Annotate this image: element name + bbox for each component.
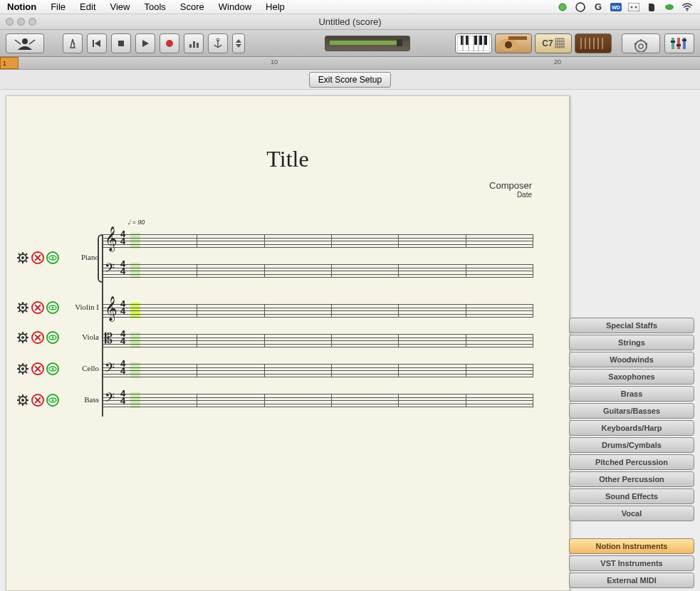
category-guitars-basses[interactable]: Guitars/Basses bbox=[569, 403, 694, 419]
track-delete-button[interactable] bbox=[31, 331, 44, 344]
menu-file[interactable]: File bbox=[43, 1, 73, 12]
timeline-ruler[interactable]: 1 10 20 bbox=[0, 57, 700, 70]
exit-score-setup-button[interactable]: Exit Score Setup bbox=[309, 72, 391, 88]
svg-line-117 bbox=[19, 365, 20, 366]
menu-tools[interactable]: Tools bbox=[137, 1, 172, 12]
svg-point-58 bbox=[635, 41, 647, 52]
tray-icon-4[interactable]: WD bbox=[610, 1, 622, 13]
time-signature[interactable]: 44 bbox=[120, 330, 125, 345]
category-woodwinds[interactable]: Woodwinds bbox=[569, 352, 694, 367]
time-signature[interactable]: 44 bbox=[120, 390, 125, 404]
source-vst-instruments[interactable]: VST Instruments bbox=[569, 555, 694, 571]
staff-viola[interactable]: 𝄡 44 bbox=[103, 328, 533, 352]
zoom-window-button[interactable] bbox=[28, 18, 36, 26]
svg-line-119 bbox=[26, 365, 27, 366]
track-visibility-button[interactable] bbox=[46, 301, 59, 314]
track-delete-button[interactable] bbox=[31, 394, 44, 407]
staff-bass[interactable]: 𝄢 44 bbox=[103, 388, 533, 412]
metronome-button[interactable] bbox=[63, 33, 83, 53]
svg-line-105 bbox=[26, 333, 27, 335]
track-settings-button[interactable] bbox=[16, 394, 29, 407]
svg-line-89 bbox=[19, 303, 20, 305]
svg-rect-4 bbox=[628, 3, 639, 11]
category-saxophones[interactable]: Saxophones bbox=[569, 369, 694, 385]
source-notion-instruments[interactable]: Notion Instruments bbox=[569, 538, 694, 554]
menu-help[interactable]: Help bbox=[258, 1, 292, 12]
staff-cello[interactable]: 𝄢 44 bbox=[103, 358, 533, 382]
track-controls-cello bbox=[16, 362, 59, 375]
svg-rect-63 bbox=[672, 38, 674, 49]
track-visibility-button[interactable] bbox=[46, 331, 59, 344]
track-settings-button[interactable] bbox=[16, 362, 29, 375]
guitar-view-button[interactable] bbox=[495, 33, 532, 53]
date-field[interactable]: Date bbox=[489, 191, 532, 199]
record-button[interactable] bbox=[160, 33, 179, 53]
tray-icon-2[interactable] bbox=[575, 1, 586, 13]
tempo-marking[interactable]: ♩ = 90 bbox=[127, 219, 145, 226]
source-external-midi[interactable]: External MIDI bbox=[569, 572, 694, 588]
composer-field[interactable]: Composer bbox=[489, 180, 532, 191]
track-delete-button[interactable] bbox=[31, 362, 44, 375]
drums-view-button[interactable] bbox=[575, 33, 612, 53]
tray-icon-7[interactable] bbox=[664, 1, 675, 13]
category-pitched-percussion[interactable]: Pitched Percussion bbox=[569, 454, 694, 470]
time-signature[interactable]: 44 bbox=[120, 261, 125, 275]
staff-piano-treble[interactable]: 𝄞 44 bbox=[103, 229, 533, 253]
piano-view-button[interactable] bbox=[455, 33, 492, 53]
main-area: Title Composer Date ♩ = 90 𝄞 44 𝄢 44 bbox=[0, 90, 700, 591]
category-brass[interactable]: Brass bbox=[569, 386, 694, 402]
settings-button[interactable] bbox=[622, 33, 660, 53]
time-signature[interactable]: 44 bbox=[120, 300, 125, 315]
minimize-window-button[interactable] bbox=[17, 18, 25, 26]
tray-evernote-icon[interactable] bbox=[646, 1, 657, 13]
svg-line-133 bbox=[26, 396, 27, 397]
play-button[interactable] bbox=[135, 33, 155, 53]
track-visibility-button[interactable] bbox=[46, 362, 59, 375]
chord-view-button[interactable]: C7 bbox=[535, 33, 572, 53]
track-visibility-button[interactable] bbox=[46, 394, 59, 407]
menu-view[interactable]: View bbox=[103, 1, 137, 12]
time-signature[interactable]: 44 bbox=[120, 360, 125, 375]
category-sound-effects[interactable]: Sound Effects bbox=[569, 488, 694, 504]
category-vocal[interactable]: Vocal bbox=[569, 506, 694, 521]
tray-icon-3[interactable]: G bbox=[592, 1, 604, 13]
category-special-staffs[interactable]: Special Staffs bbox=[569, 318, 694, 333]
conductor-button[interactable] bbox=[6, 33, 44, 53]
app-menu[interactable]: Notion bbox=[0, 1, 43, 12]
svg-rect-13 bbox=[93, 40, 94, 47]
track-settings-button[interactable] bbox=[16, 301, 29, 314]
category-keyboards-harp[interactable]: Keyboards/Harp bbox=[569, 420, 694, 436]
score-title[interactable]: Title bbox=[6, 146, 569, 172]
playhead-marker[interactable]: 1 bbox=[0, 57, 19, 69]
track-visibility-button[interactable] bbox=[46, 251, 59, 264]
track-settings-button[interactable] bbox=[16, 331, 29, 344]
rewind-button[interactable] bbox=[87, 33, 107, 53]
menu-edit[interactable]: Edit bbox=[73, 1, 103, 12]
track-delete-button[interactable] bbox=[31, 301, 44, 314]
mixer-sliders-button[interactable] bbox=[664, 33, 694, 53]
svg-line-92 bbox=[19, 310, 20, 312]
stop-button[interactable] bbox=[111, 33, 131, 53]
track-delete-button[interactable] bbox=[31, 251, 44, 264]
tray-icon-1[interactable] bbox=[557, 1, 568, 13]
main-toolbar: C7 bbox=[0, 30, 700, 57]
staff-piano-bass[interactable]: 𝄢 44 bbox=[103, 258, 533, 283]
tray-wifi-icon[interactable] bbox=[681, 1, 693, 13]
svg-point-96 bbox=[52, 307, 54, 309]
menu-window[interactable]: Window bbox=[211, 1, 258, 12]
track-settings-button[interactable] bbox=[16, 251, 29, 264]
menu-score[interactable]: Score bbox=[173, 1, 211, 12]
close-window-button[interactable] bbox=[6, 18, 14, 26]
tray-icon-5[interactable] bbox=[628, 1, 639, 13]
category-drums-cymbals[interactable]: Drums/Cymbals bbox=[569, 437, 694, 453]
staff-violin1[interactable]: 𝄞 44 bbox=[103, 298, 533, 323]
time-signature[interactable]: 44 bbox=[120, 231, 125, 245]
anchor-button[interactable] bbox=[208, 33, 228, 53]
category-other-percussion[interactable]: Other Percussion bbox=[569, 471, 694, 487]
updown-button[interactable] bbox=[232, 33, 245, 53]
category-strings[interactable]: Strings bbox=[569, 335, 694, 350]
svg-point-126 bbox=[21, 399, 24, 402]
instrument-label: Cello bbox=[69, 364, 99, 372]
mixer-levels-button[interactable] bbox=[184, 33, 204, 53]
svg-line-91 bbox=[26, 303, 27, 305]
